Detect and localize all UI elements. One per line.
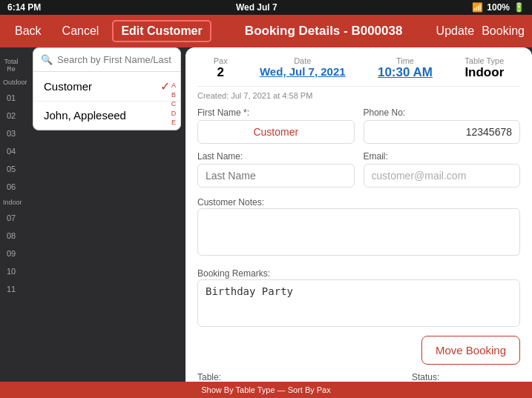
time-label: Time (378, 56, 433, 65)
row-06: 06 (0, 178, 22, 196)
time-value: 10:30 AM (378, 65, 433, 80)
battery-level: 100% (487, 2, 510, 13)
booking-header: Pax 2 Date Wed, Jul 7, 2021 Time 10:30 A… (197, 56, 520, 87)
lastname-email-row: Last Name: Email: (197, 151, 520, 188)
row-01: 01 (0, 89, 22, 107)
status-time: 6:14 PM (7, 2, 41, 13)
booking-panel: Pax 2 Date Wed, Jul 7, 2021 Time 10:30 A… (185, 47, 532, 398)
dropdown-john-label: John, Appleseed (44, 109, 126, 122)
status-label: Status: (412, 372, 520, 382)
notes-textarea[interactable] (197, 208, 520, 256)
table-label: Table: (197, 372, 403, 382)
row-08: 08 (0, 227, 22, 245)
main-area: Total Re Outdoor 01 02 03 04 05 06 Indoo… (0, 47, 532, 398)
alpha-A[interactable]: A (171, 81, 176, 90)
row-05: 05 (0, 160, 22, 178)
status-day: Wed Jul 7 (236, 2, 278, 13)
email-label: Email: (364, 151, 521, 162)
date-col: Date Wed, Jul 7, 2021 (260, 56, 346, 78)
move-booking-button[interactable]: Move Booking (421, 336, 520, 365)
table-type-label: Table Type (464, 56, 504, 65)
last-name-group: Last Name: (197, 151, 355, 188)
first-name-label: First Name *: (197, 107, 355, 118)
remarks-textarea[interactable]: Birthday Party (197, 279, 520, 327)
edit-customer-button[interactable]: Edit Customer (112, 20, 211, 42)
total-label: Total Re (0, 55, 22, 76)
table-type-col: Table Type Indoor (464, 56, 504, 80)
search-box[interactable]: 🔍 (33, 48, 180, 72)
time-col: Time 10:30 AM (378, 56, 433, 80)
alpha-C[interactable]: C (171, 99, 177, 109)
email-input[interactable] (364, 164, 521, 188)
bottom-bar-text: Show By Table Type — Sort By Pax (201, 385, 330, 394)
dropdown-customer-label: Customer (44, 80, 92, 93)
table-type-value: Indoor (464, 65, 504, 80)
first-name-group: First Name *: (197, 107, 355, 144)
booking-button[interactable]: Booking (482, 24, 525, 38)
customer-dropdown: 🔍 Customer ✓ John, Appleseed A B C D E F… (33, 47, 181, 130)
alphabet-sidebar: A B C D E F G H I J K L M N O P Q R S T … (167, 78, 180, 130)
wifi-icon: 📶 (472, 2, 483, 13)
back-button[interactable]: Back (7, 21, 49, 41)
last-name-label: Last Name: (197, 151, 355, 162)
battery-icon: 🔋 (513, 2, 525, 13)
search-input[interactable] (57, 54, 173, 65)
date-label: Date (260, 56, 346, 65)
indoor-label: Indoor (0, 196, 22, 209)
nav-bar: Back Cancel Edit Customer Booking Detail… (0, 15, 532, 47)
date-value: Wed, Jul 7, 2021 (260, 65, 346, 78)
row-02: 02 (0, 107, 22, 125)
dropdown-item-customer[interactable]: Customer ✓ (33, 72, 180, 102)
alpha-E[interactable]: E (171, 118, 176, 127)
status-bar: 6:14 PM Wed Jul 7 📶 100% 🔋 (0, 0, 532, 15)
dropdown-item-john[interactable]: John, Appleseed (33, 102, 180, 130)
row-07: 07 (0, 209, 22, 227)
outdoor-label: Outdoor (0, 76, 22, 89)
move-booking-row: Move Booking (197, 336, 520, 365)
bottom-bar: Show By Table Type — Sort By Pax (0, 382, 532, 398)
cancel-button[interactable]: Cancel (55, 21, 107, 41)
row-11: 11 (0, 280, 22, 298)
name-phone-row: First Name *: Phone No: (197, 107, 520, 144)
email-group: Email: (364, 151, 521, 188)
row-09: 09 (0, 245, 22, 262)
alpha-D[interactable]: D (171, 109, 177, 119)
alpha-F[interactable]: F (171, 127, 176, 130)
notes-group: Customer Notes: (197, 195, 520, 259)
remarks-group: Booking Remarks: Birthday Party (197, 266, 520, 330)
update-button[interactable]: Update (436, 24, 475, 38)
row-03: 03 (0, 125, 22, 142)
pax-col: Pax 2 (214, 56, 228, 80)
first-name-input[interactable] (197, 120, 355, 144)
phone-group: Phone No: (364, 107, 521, 144)
pax-label: Pax (214, 56, 228, 65)
search-icon: 🔍 (41, 54, 53, 65)
row-10: 10 (0, 262, 22, 280)
pax-value: 2 (214, 65, 228, 80)
booking-title: Booking Details - B000038 (211, 24, 436, 39)
last-name-input[interactable] (197, 164, 355, 188)
phone-input[interactable] (364, 120, 521, 144)
row-04: 04 (0, 142, 22, 160)
phone-label: Phone No: (364, 107, 521, 118)
notes-label: Customer Notes: (197, 197, 264, 208)
left-sidebar: Total Re Outdoor 01 02 03 04 05 06 Indoo… (0, 47, 22, 398)
remarks-label: Booking Remarks: (197, 268, 270, 279)
created-text: Created: Jul 7, 2021 at 4:58 PM (197, 91, 520, 100)
alpha-B[interactable]: B (171, 90, 176, 100)
